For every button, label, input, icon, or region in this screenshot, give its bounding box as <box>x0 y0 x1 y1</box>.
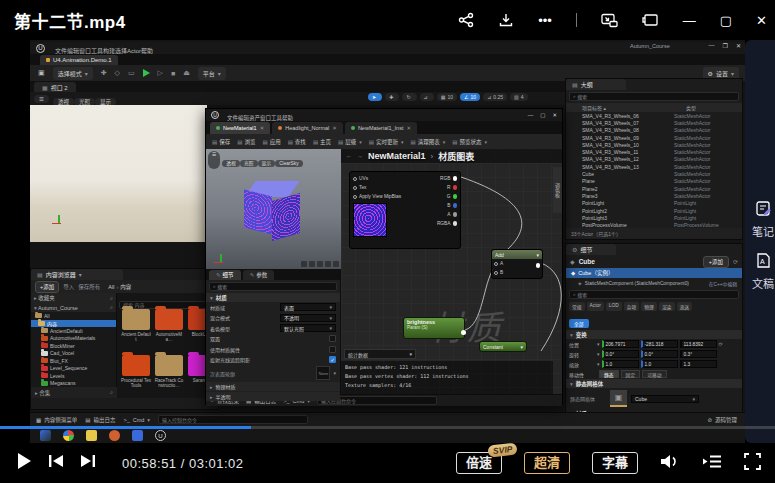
node-output-pin: A <box>426 210 460 219</box>
param-output-pin <box>461 330 466 335</box>
mobility-row: 移动性 静态固定可移动 <box>566 369 742 379</box>
desktop-taskbar: U <box>30 428 745 443</box>
details-filter-chip: LOD <box>606 302 622 311</box>
video-title: 第十二节.mp4 <box>14 8 126 33</box>
content-tree: ▸ 收藏夹 ⌕ ▾ Autumn_Course ⌕ All 内容 <box>31 293 117 398</box>
outliner-col-label: 项目标签 ▴ <box>582 104 606 111</box>
seek-bar-played <box>0 426 251 429</box>
volume-button[interactable] <box>660 453 680 474</box>
source-control-status: ⊘源码管理 <box>707 416 737 424</box>
content-browser-tab: ▤内容浏览器▾ <box>31 269 123 280</box>
video-frame[interactable]: U 文件编辑窗口工具构建选择Actor帮助 Autumn_Course — ❐ … <box>30 40 745 443</box>
output-log-button: ▤输出日志 <box>85 416 115 424</box>
folder-tile: AutomotiveMa… <box>154 309 184 342</box>
material-left-tab: ✎细节 <box>209 270 241 280</box>
texture-thumbnail <box>353 203 387 237</box>
close-button[interactable]: ✕ <box>756 14 767 27</box>
subsurface-profile-row: 次表面轮廓 None ▾ <box>206 365 340 381</box>
material-toolbar-button: ▤实时更新 <box>369 138 404 146</box>
outliner-col-type: 类型 <box>686 104 696 111</box>
stats-panel: Base pass shader: 121 instructionsBase p… <box>341 361 553 394</box>
transcript-button[interactable]: A 文稿 <box>748 252 775 291</box>
details-filter-chip: 杂项 <box>624 302 640 311</box>
folder-icon <box>155 355 183 376</box>
snap-toggle-chip: ▥4 <box>510 93 528 101</box>
blueprint-icon: ◇ <box>115 69 120 77</box>
ue-close-icon: ✕ <box>736 42 741 49</box>
instance-row: ◆Cube（实例） <box>566 268 742 278</box>
notes-button[interactable]: 笔记 <box>748 200 775 239</box>
folder-label: Procedural TexTools <box>121 378 151 388</box>
node-input-pin: Apply View MipBias <box>353 192 426 201</box>
staticmesh-thumbnail: ▣ <box>610 390 627 407</box>
tree-folder-item: AutomotiveMaterials <box>31 335 116 343</box>
playlist-button[interactable] <box>702 454 722 473</box>
node-input-pin: Tex <box>353 183 426 192</box>
minimize-button[interactable]: — <box>683 14 696 27</box>
cinematics-icon: ▭ <box>128 69 135 77</box>
outliner-row: SMA_V4_R3_Wheels_10 StaticMeshActor <box>566 141 742 148</box>
stat-line: Base pass vertex shader: 112 instruction… <box>345 372 549 381</box>
material-property-row: 混合模式 不透明▾ <box>206 313 340 324</box>
playback-speed-button[interactable]: 倍速 SVIP <box>456 452 502 474</box>
stat-line: Texture samplers: 4/16 <box>345 381 549 390</box>
material-details-search: ⌕ 搜索 <box>209 282 337 291</box>
svg-text:A: A <box>760 258 765 265</box>
console-input <box>158 415 308 424</box>
material-preview-viewport: ☰ 透视光照显示ClearSky <box>206 149 341 269</box>
rotation-value: 0.0° <box>602 350 639 358</box>
play-in-editor-icon <box>143 69 150 77</box>
breadcrumb-item: 内容 <box>116 283 131 291</box>
play-button[interactable] <box>16 452 32 474</box>
stat-line: Base pass shader: 121 instructions <box>345 363 549 372</box>
material-checkbox-row: 投射光线追踪阴影 <box>206 355 340 366</box>
svip-badge: SVIP <box>487 443 517 458</box>
outliner-row: Cube StaticMeshActor <box>566 170 742 177</box>
dock-window-icon[interactable] <box>642 13 659 28</box>
previous-button[interactable] <box>48 454 64 472</box>
stop-icon: ■ <box>171 70 175 77</box>
player-side-strip: 笔记 A 文稿 <box>745 40 775 443</box>
tree-selected-folder: 内容 <box>31 320 116 328</box>
material-menu-item: 资产 <box>249 115 260 121</box>
node-output-pin: RGBA <box>426 219 460 228</box>
details-panel: ⚙细节 ◆ Cube +添加 ⟳ ◆Cube（实例） ◈StaticMeshCo… <box>565 243 743 413</box>
folder-tile: RaceTrack Constructio… <box>154 355 184 388</box>
location-value: 113.8392 <box>680 340 717 348</box>
outliner-footer: 33个Actor（已选1个） <box>566 228 742 239</box>
material-toolbar-button: ▤预览状态 <box>452 138 487 146</box>
fullscreen-button[interactable] <box>744 453 761 474</box>
more-options-icon[interactable]: ••• <box>538 14 552 27</box>
outliner-row: SMA_V4_R3_Wheels_08 StaticMeshActor <box>566 127 742 134</box>
subtitle-button[interactable]: 字幕 <box>592 452 638 474</box>
material-graph: ← → NewMaterial1 › 材质图表 调色板 材质 <box>341 149 562 394</box>
next-button[interactable] <box>80 454 96 472</box>
quality-button[interactable]: 超清 <box>524 452 570 474</box>
folder-tile: Ancient Default <box>121 309 151 342</box>
texture-sample-node: UVs Tex Apply View MipBias RGB R <box>349 171 461 249</box>
seek-bar[interactable] <box>0 426 775 429</box>
tree-root-item: All <box>31 312 116 320</box>
material-toolbar-button: ▤浏览 <box>237 138 255 146</box>
ue-window-buttons: — ❐ ✕ <box>709 42 741 49</box>
add-actor-icon: ✚ <box>101 69 107 77</box>
mobility-option: 固定 <box>621 370 641 378</box>
content-search-input <box>119 301 215 309</box>
details-search: ⌕ 搜索 <box>569 290 739 299</box>
mobility-option: 可移动 <box>642 370 666 378</box>
taskbar-app3-icon <box>132 430 143 441</box>
select-mode-dropdown: 选择模式▾ <box>53 67 93 80</box>
download-icon[interactable] <box>498 12 514 28</box>
mini-player-icon[interactable] <box>601 13 618 28</box>
maximize-button[interactable]: ▢ <box>720 14 732 27</box>
constant-node: Constant▾ <box>479 341 527 352</box>
save-all-button: 保存所有 <box>78 283 100 291</box>
material-editor-titlebar: U 文件编辑资产窗口工具帮助 —▢✕ <box>206 109 562 121</box>
add-component-button: +添加 <box>703 256 729 268</box>
content-breadcrumb: All内容 <box>108 283 131 291</box>
save-icon: ▣ <box>38 69 45 77</box>
outliner-row: Plane2 StaticMeshActor <box>566 185 742 192</box>
share-icon[interactable] <box>458 12 474 28</box>
add-node-output-pin <box>536 263 541 268</box>
scale-value: 1.3 <box>680 360 717 368</box>
